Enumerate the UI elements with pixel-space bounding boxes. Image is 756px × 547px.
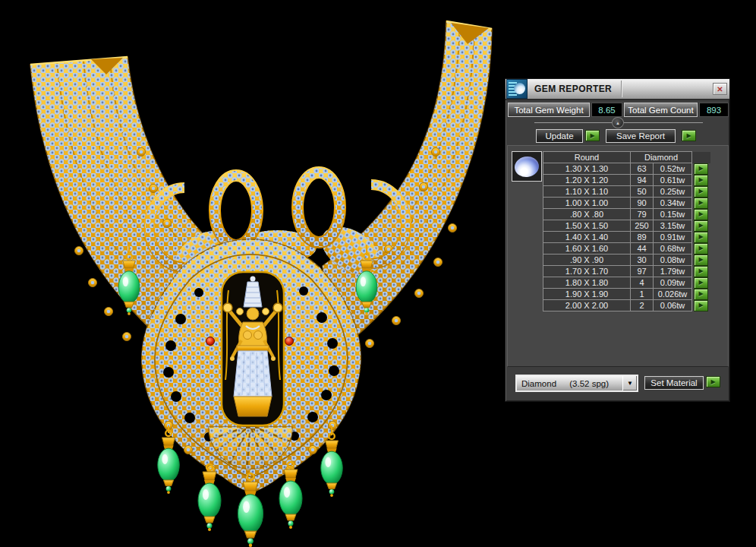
table-row: 1.60 X 1.60 44 0.68tw ▶ bbox=[543, 243, 710, 255]
row-go-button[interactable]: ▶ bbox=[694, 266, 708, 277]
material-row: Diamond (3.52 spg) ▼ Set Material ▶ bbox=[506, 372, 731, 395]
dropdown-arrow-button[interactable]: ▼ bbox=[622, 376, 637, 390]
stats-row: Total Gem Weight 8.65 Total Gem Count 89… bbox=[508, 103, 729, 117]
arrow-right-icon: ▶ bbox=[698, 234, 703, 240]
row-count: 4 bbox=[631, 277, 654, 289]
row-weight: 0.91tw bbox=[654, 232, 692, 243]
row-action-cell: ▶ bbox=[692, 266, 710, 277]
row-size: 1.70 X 1.70 bbox=[543, 266, 631, 277]
row-go-button[interactable]: ▶ bbox=[694, 289, 708, 300]
close-button[interactable]: ✕ bbox=[713, 83, 727, 95]
gem-type-thumbnail[interactable] bbox=[512, 151, 542, 182]
row-count: 94 bbox=[631, 175, 654, 186]
row-weight: 0.34tw bbox=[654, 198, 692, 209]
table-row: 1.80 X 1.80 4 0.09tw ▶ bbox=[543, 277, 710, 289]
table-row: 1.70 X 1.70 97 1.79tw ▶ bbox=[543, 266, 710, 277]
row-weight: 0.52tw bbox=[654, 163, 692, 175]
row-go-button[interactable]: ▶ bbox=[694, 220, 708, 232]
material-selected: Diamond bbox=[521, 379, 556, 388]
row-size: 2.00 X 2.00 bbox=[543, 300, 631, 311]
row-count: 30 bbox=[631, 255, 654, 266]
row-action-cell: ▶ bbox=[692, 175, 710, 186]
column-header-diamond: Diamond bbox=[631, 152, 692, 163]
gem-orb-glyph bbox=[514, 83, 525, 94]
table-row: .80 X .80 79 0.15tw ▶ bbox=[543, 209, 710, 220]
row-count: 2 bbox=[631, 300, 654, 311]
row-size: 1.40 X 1.40 bbox=[543, 232, 631, 243]
row-go-button[interactable]: ▶ bbox=[694, 300, 708, 311]
row-action-cell: ▶ bbox=[692, 243, 710, 255]
row-go-button[interactable]: ▶ bbox=[694, 163, 708, 175]
row-count: 1 bbox=[631, 289, 654, 300]
table-row: 1.10 X 1.10 50 0.25tw ▶ bbox=[543, 186, 710, 198]
row-count: 97 bbox=[631, 266, 654, 277]
arrow-right-icon: ▶ bbox=[686, 133, 691, 139]
row-go-button[interactable]: ▶ bbox=[694, 255, 708, 266]
table-row: 2.00 X 2.00 2 0.06tw ▶ bbox=[543, 300, 710, 311]
row-size: 1.50 X 1.50 bbox=[543, 220, 631, 232]
row-weight: 3.15tw bbox=[654, 220, 692, 232]
set-material-button[interactable]: Set Material bbox=[644, 376, 704, 390]
arrow-right-icon: ▶ bbox=[590, 133, 594, 139]
material-density: (3.52 spg) bbox=[569, 379, 609, 388]
row-count: 50 bbox=[631, 186, 654, 198]
close-icon: ✕ bbox=[717, 85, 723, 93]
arrow-right-icon: ▶ bbox=[698, 200, 703, 206]
arrow-right-icon: ▶ bbox=[698, 166, 703, 172]
row-size: 1.60 X 1.60 bbox=[543, 243, 631, 255]
table-row: .90 X .90 30 0.08tw ▶ bbox=[543, 255, 710, 266]
table-row: 1.00 X 1.00 90 0.34tw ▶ bbox=[543, 198, 710, 209]
update-go-button[interactable]: ▶ bbox=[585, 130, 600, 141]
row-go-button[interactable]: ▶ bbox=[694, 209, 708, 220]
row-weight: 0.026tw bbox=[654, 289, 692, 300]
table-row: 1.30 X 1.30 63 0.52tw ▶ bbox=[543, 163, 710, 175]
total-gem-weight-value: 8.65 bbox=[591, 103, 622, 117]
collapse-toggle[interactable]: ▲ bbox=[612, 117, 624, 128]
row-size: .80 X .80 bbox=[543, 209, 631, 220]
row-weight: 1.79tw bbox=[654, 266, 692, 277]
arrow-up-icon: ▲ bbox=[616, 121, 620, 125]
row-go-button[interactable]: ▶ bbox=[694, 232, 708, 243]
row-count: 250 bbox=[631, 220, 654, 232]
row-go-button[interactable]: ▶ bbox=[694, 175, 708, 186]
arrow-right-icon: ▶ bbox=[698, 280, 703, 286]
gem-list-region: Round Diamond 1.30 X 1.30 63 0.52tw ▶ 1.… bbox=[507, 145, 729, 367]
save-report-button[interactable]: Save Report bbox=[606, 129, 676, 143]
row-go-button[interactable]: ▶ bbox=[694, 186, 708, 198]
row-size: 1.80 X 1.80 bbox=[543, 277, 631, 289]
row-action-cell: ▶ bbox=[692, 163, 710, 175]
row-go-button[interactable]: ▶ bbox=[694, 277, 708, 289]
panel-titlebar[interactable]: GEM REPORTER ✕ bbox=[506, 79, 729, 100]
column-header-round: Round bbox=[543, 152, 631, 163]
arrow-right-icon: ▶ bbox=[698, 245, 703, 251]
row-action-cell: ▶ bbox=[692, 300, 710, 311]
arrow-right-icon: ▶ bbox=[698, 257, 703, 263]
arrow-right-icon: ▶ bbox=[698, 291, 703, 297]
gem-table-body: Round Diamond 1.30 X 1.30 63 0.52tw ▶ 1.… bbox=[543, 152, 710, 311]
row-weight: 0.06tw bbox=[654, 300, 692, 311]
row-go-button[interactable]: ▶ bbox=[694, 243, 708, 255]
arrow-right-icon: ▶ bbox=[698, 188, 703, 194]
row-size: 1.10 X 1.10 bbox=[543, 186, 631, 198]
panel-title: GEM REPORTER bbox=[528, 84, 612, 94]
row-weight: 0.08tw bbox=[654, 255, 692, 266]
update-button[interactable]: Update bbox=[536, 129, 583, 143]
save-report-go-button[interactable]: ▶ bbox=[682, 130, 696, 141]
total-gem-count-value: 893 bbox=[699, 103, 729, 117]
row-size: 1.20 X 1.20 bbox=[543, 175, 631, 186]
row-weight: 0.09tw bbox=[654, 277, 692, 289]
row-action-cell: ▶ bbox=[692, 220, 710, 232]
row-action-cell: ▶ bbox=[692, 255, 710, 266]
row-weight: 0.15tw bbox=[654, 209, 692, 220]
set-material-go-button[interactable]: ▶ bbox=[706, 376, 720, 387]
gem-reporter-panel: GEM REPORTER ✕ Total Gem Weight 8.65 Tot… bbox=[505, 78, 730, 402]
gem-table: Round Diamond 1.30 X 1.30 63 0.52tw ▶ 1.… bbox=[543, 151, 710, 311]
gem-reporter-app-icon bbox=[506, 79, 528, 99]
row-weight: 0.25tw bbox=[654, 186, 692, 198]
arrow-right-icon: ▶ bbox=[698, 177, 703, 183]
material-dropdown[interactable]: Diamond (3.52 spg) ▼ bbox=[515, 375, 638, 392]
row-action-cell: ▶ bbox=[692, 198, 710, 209]
row-action-cell: ▶ bbox=[692, 289, 710, 300]
arrow-right-icon: ▶ bbox=[698, 211, 703, 217]
row-go-button[interactable]: ▶ bbox=[694, 198, 708, 209]
